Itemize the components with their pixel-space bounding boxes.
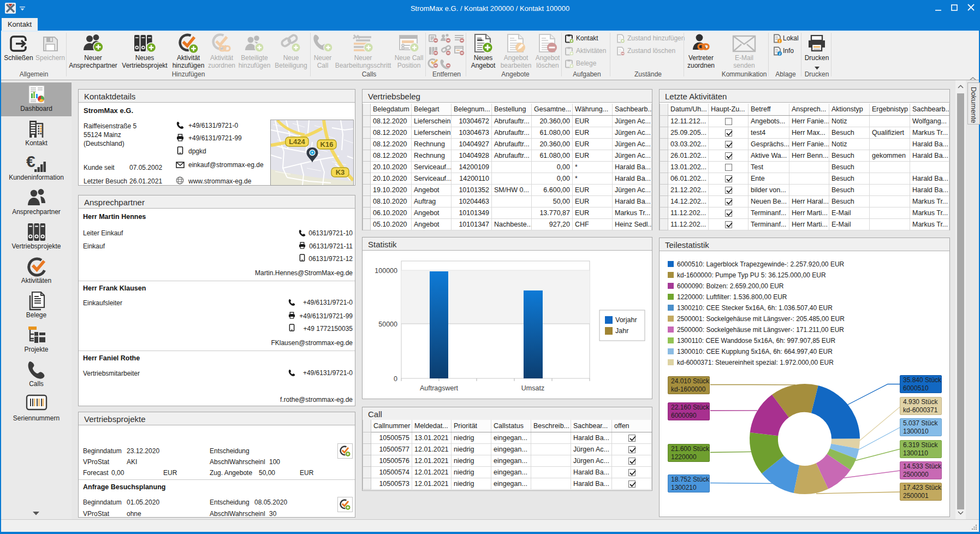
- svg-text:L424: L424: [289, 138, 305, 146]
- svg-text:100000: 100000: [375, 267, 397, 275]
- svg-text:€: €: [26, 153, 35, 170]
- svg-text:K3: K3: [336, 168, 345, 176]
- svg-text:Jahr: Jahr: [615, 327, 628, 335]
- svg-text:50000: 50000: [378, 321, 397, 328]
- svg-text:Vorjahr: Vorjahr: [615, 316, 637, 324]
- svg-text:Auftragswert: Auftragswert: [420, 384, 459, 392]
- svg-text:K16: K16: [320, 140, 334, 149]
- svg-text:!: !: [779, 39, 781, 43]
- svg-text:0: 0: [394, 375, 397, 383]
- svg-text:Umsatz: Umsatz: [521, 384, 544, 392]
